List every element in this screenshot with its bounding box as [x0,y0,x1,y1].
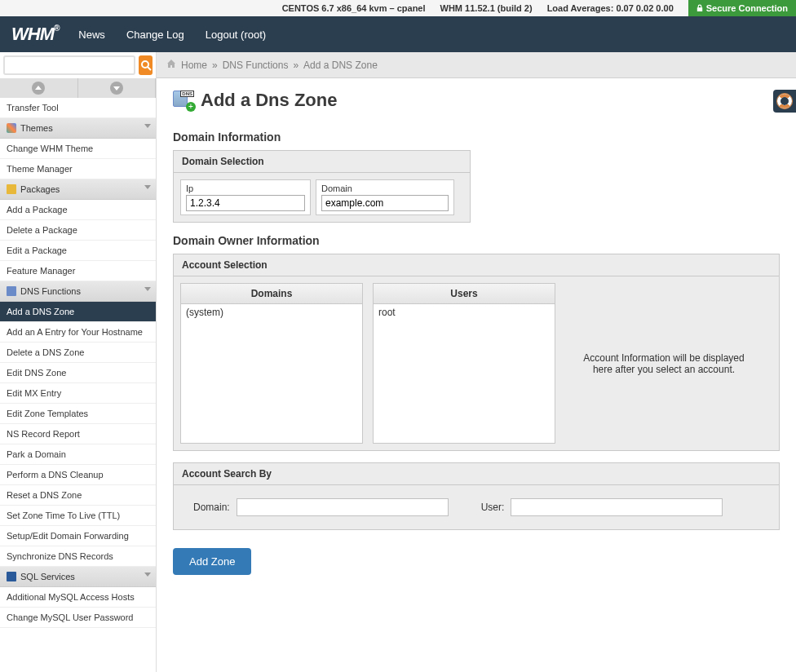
sidebar-header-sql-services[interactable]: SQL Services [0,567,156,587]
main-navbar: WHM® News Change Log Logout (root) [0,16,796,52]
domain-selection-header: Domain Selection [174,151,470,173]
page-title-row: DNS+ Add a Dns Zone [173,90,780,111]
whm-logo[interactable]: WHM® [11,24,59,45]
sidebar-item-domain-forwarding[interactable]: Setup/Edit Domain Forwarding [0,526,156,546]
sidebar-search-button[interactable] [139,55,153,75]
account-search-header: Account Search By [174,463,779,485]
domain-fieldbox: Domain [316,179,454,215]
help-icon [777,94,792,108]
help-button[interactable] [773,90,796,113]
sidebar-item-edit-zone-templates[interactable]: Edit Zone Templates [0,404,156,424]
add-dns-zone-icon: DNS+ [173,91,194,110]
sql-icon [7,572,16,581]
chevron-down-icon [144,124,151,128]
account-info-placeholder: Account Information will be displayed he… [555,283,772,444]
users-col-header: Users [374,284,555,304]
nav-logout[interactable]: Logout (root) [206,29,266,41]
search-user-label: User: [481,502,505,513]
sidebar-item-edit-dns-zone[interactable]: Edit DNS Zone [0,363,156,383]
nav-changelog[interactable]: Change Log [126,29,184,41]
domain-info-heading: Domain Information [173,130,780,144]
sidebar-header-packages[interactable]: Packages [0,179,156,200]
sidebar-item-change-whm-theme[interactable]: Change WHM Theme [0,139,156,159]
breadcrumb-home[interactable]: Home [181,60,207,71]
search-user-input[interactable] [511,498,723,516]
sidebar-header-label: DNS Functions [20,286,81,296]
svg-point-0 [142,61,148,68]
chevron-down-icon [110,82,123,95]
domains-col-header: Domains [181,284,362,304]
add-zone-button[interactable]: Add Zone [173,548,251,575]
status-bar: CENTOS 6.7 x86_64 kvm – cpanel WHM 11.52… [0,0,796,16]
search-user-field: User: [481,498,723,516]
sidebar-header-label: Themes [20,123,53,133]
secure-label: Secure Connection [706,0,788,16]
sidebar-item-theme-manager[interactable]: Theme Manager [0,159,156,179]
collapse-down-button[interactable] [78,78,157,98]
search-domain-field: Domain: [193,498,449,516]
sidebar-header-themes[interactable]: Themes [0,118,156,139]
sidebar-item-transfer-tool[interactable]: Transfer Tool [0,98,156,118]
domains-list-column: Domains (system) [180,283,363,444]
load-label: Load Averages: [547,3,614,13]
domain-input[interactable] [321,195,449,211]
sidebar-search-input[interactable] [3,55,135,75]
sidebar-item-dns-cleanup[interactable]: Perform a DNS Cleanup [0,465,156,485]
domains-list-item[interactable]: (system) [184,306,359,319]
users-list-column: Users root [373,283,555,444]
sidebar-item-set-ttl[interactable]: Set Zone Time To Live (TTL) [0,506,156,526]
sidebar-item-edit-mx-entry[interactable]: Edit MX Entry [0,383,156,404]
search-domain-label: Domain: [193,502,230,513]
sidebar-item-add-a-entry[interactable]: Add an A Entry for Your Hostname [0,322,156,343]
sidebar-item-delete-dns-zone[interactable]: Delete a DNS Zone [0,343,156,363]
packages-icon [7,184,16,194]
nav-news[interactable]: News [78,29,105,41]
users-list-item[interactable]: root [377,306,551,319]
sidebar-item-delete-package[interactable]: Delete a Package [0,220,156,241]
dns-icon [7,286,16,296]
breadcrumb-sep: » [212,60,218,71]
domain-selection-panel: Domain Selection Ip Domain [173,150,471,223]
svg-line-1 [148,67,151,70]
secure-connection-badge: Secure Connection [688,0,796,16]
sidebar-item-park-domain[interactable]: Park a Domain [0,444,156,465]
sidebar-item-edit-package[interactable]: Edit a Package [0,241,156,261]
breadcrumb-sep: » [293,60,298,71]
users-listbox[interactable]: root [374,304,555,443]
breadcrumb-current: Add a DNS Zone [303,60,378,71]
themes-icon [7,123,16,133]
sidebar-item-add-package[interactable]: Add a Package [0,200,156,220]
sidebar-collapse-bar [0,78,156,98]
search-cell [0,52,157,78]
sidebar-header-label: SQL Services [20,572,75,581]
sidebar-item-reset-dns-zone[interactable]: Reset a DNS Zone [0,485,156,506]
chevron-down-icon [144,185,151,189]
sidebar-header-label: Packages [20,184,60,194]
sidebar: Transfer Tool Themes Change WHM Theme Th… [0,78,157,672]
sidebar-item-ns-record-report[interactable]: NS Record Report [0,424,156,444]
search-breadcrumb-row: Home » DNS Functions » Add a DNS Zone [0,52,796,78]
collapse-up-button[interactable] [0,78,78,98]
account-search-panel: Account Search By Domain: User: [173,462,780,530]
search-domain-input[interactable] [237,498,449,516]
sidebar-item-feature-manager[interactable]: Feature Manager [0,261,156,281]
ip-label: Ip [186,183,305,193]
ip-input[interactable] [186,195,305,211]
chevron-down-icon [144,287,151,291]
sidebar-item-change-mysql-pwd[interactable]: Change MySQL User Password [0,608,156,628]
breadcrumb-dns-fn[interactable]: DNS Functions [223,60,289,71]
ip-fieldbox: Ip [180,179,311,215]
main-content: DNS+ Add a Dns Zone Domain Information D… [157,78,796,672]
sidebar-item-mysql-access-hosts[interactable]: Additional MySQL Access Hosts [0,587,156,608]
chevron-up-icon [32,82,45,95]
sidebar-header-dns-functions[interactable]: DNS Functions [0,281,156,302]
domain-label: Domain [321,183,449,193]
domains-listbox[interactable]: (system) [181,304,362,443]
breadcrumb: Home » DNS Functions » Add a DNS Zone [157,52,796,78]
sidebar-item-add-dns-zone[interactable]: Add a DNS Zone [0,302,156,322]
account-selection-panel: Account Selection Domains (system) Users… [173,254,780,451]
load-values: 0.07 0.02 0.00 [616,3,673,13]
whm-version: WHM 11.52.1 (build 2) [440,0,533,16]
lock-icon [696,4,703,12]
sidebar-item-sync-dns[interactable]: Synchronize DNS Records [0,546,156,567]
